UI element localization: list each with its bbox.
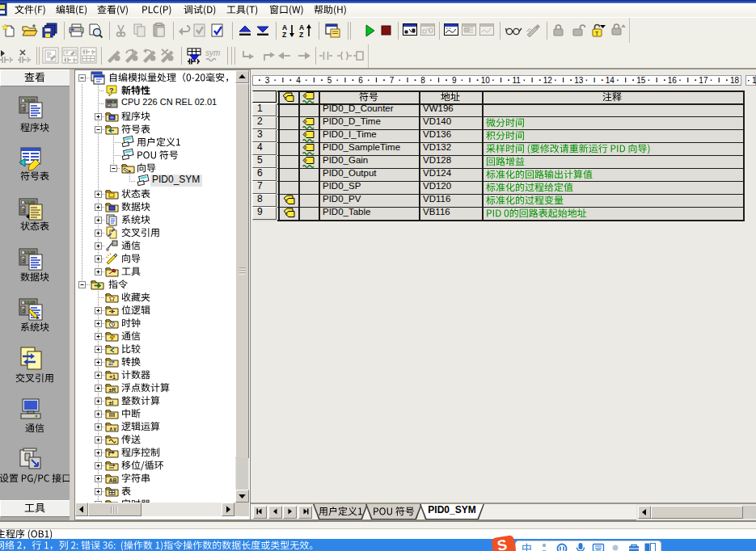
- svg-text:13: 13: [574, 76, 584, 85]
- svg-text:12: 12: [543, 76, 553, 85]
- svg-text:3: 3: [265, 76, 270, 85]
- svg-text:7: 7: [390, 76, 395, 85]
- svg-text:4: 4: [296, 76, 301, 85]
- svg-text:8: 8: [22, 258, 25, 263]
- svg-text:16: 16: [668, 76, 678, 85]
- svg-text:AB: AB: [109, 477, 117, 483]
- svg-text:8: 8: [420, 76, 425, 85]
- svg-text:6: 6: [358, 76, 363, 85]
- svg-text:10: 10: [481, 76, 491, 85]
- svg-text:T: T: [595, 31, 599, 36]
- svg-text:∧∨: ∧∨: [109, 426, 117, 431]
- svg-text:15: 15: [636, 76, 646, 85]
- svg-text:18: 18: [730, 76, 740, 85]
- svg-text:sym: sym: [205, 48, 220, 57]
- svg-text:5: 5: [327, 76, 332, 85]
- svg-text:8: 8: [22, 106, 25, 111]
- svg-text:11: 11: [513, 76, 522, 85]
- svg-text:+1: +1: [109, 374, 116, 380]
- svg-text:Z: Z: [282, 31, 286, 39]
- svg-text:14: 14: [606, 76, 615, 85]
- svg-text:9: 9: [452, 76, 457, 85]
- svg-text:±R: ±R: [109, 387, 116, 393]
- svg-text:1: 1: [752, 76, 756, 85]
- svg-text:Z: Z: [299, 31, 303, 39]
- svg-text:?: ?: [109, 86, 114, 95]
- svg-text:±I: ±I: [109, 400, 114, 406]
- svg-text:17: 17: [699, 76, 708, 85]
- svg-text:8: 8: [22, 208, 25, 213]
- svg-text:8: 8: [22, 308, 25, 313]
